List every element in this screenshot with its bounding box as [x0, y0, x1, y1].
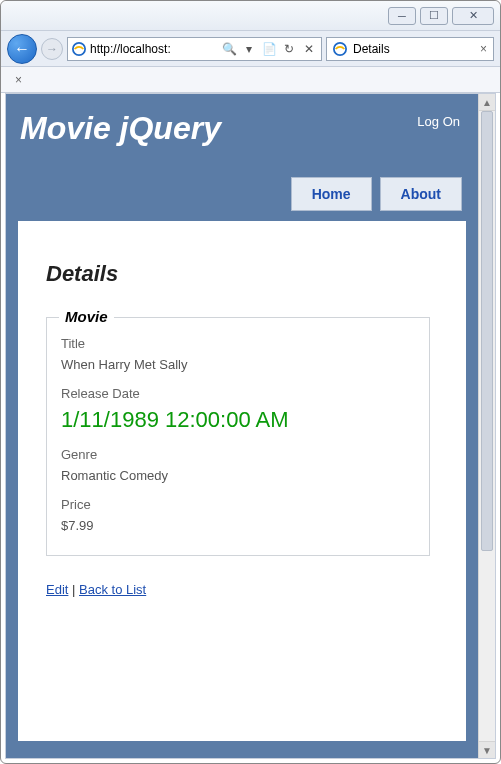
minimize-button[interactable]: ─	[388, 7, 416, 25]
forward-button[interactable]: →	[41, 38, 63, 60]
genre-label: Genre	[61, 447, 415, 462]
logon-link[interactable]: Log On	[417, 110, 460, 147]
title-label: Title	[61, 336, 415, 351]
browser-nav-toolbar: ← → http://localhost: 🔍 ▾ 📄 ↻ ✕ Details …	[1, 31, 500, 67]
back-to-list-link[interactable]: Back to List	[79, 582, 146, 597]
refresh-icon[interactable]: ↻	[281, 42, 297, 56]
window-close-button[interactable]: ✕	[452, 7, 494, 25]
url-text: http://localhost:	[90, 42, 217, 56]
fieldset-legend: Movie	[59, 308, 114, 325]
nav-tab-home[interactable]: Home	[291, 177, 372, 211]
scroll-down-arrow-icon[interactable]: ▼	[479, 741, 495, 758]
content-panel: Details Movie Title When Harry Met Sally…	[18, 221, 466, 741]
browser-tab[interactable]: Details ×	[326, 37, 494, 61]
tab-title: Details	[353, 42, 390, 56]
genre-value: Romantic Comedy	[61, 468, 415, 483]
maximize-button[interactable]: ☐	[420, 7, 448, 25]
field-price: Price $7.99	[61, 497, 415, 533]
back-arrow-icon: ←	[14, 40, 30, 58]
edit-link[interactable]: Edit	[46, 582, 68, 597]
sub-toolbar: ×	[1, 67, 500, 93]
nav-tab-about[interactable]: About	[380, 177, 462, 211]
field-title: Title When Harry Met Sally	[61, 336, 415, 372]
compat-icon[interactable]: 📄	[261, 42, 277, 56]
close-icon[interactable]: ×	[15, 73, 22, 87]
search-icon[interactable]: 🔍	[221, 42, 237, 56]
action-links: Edit | Back to List	[46, 582, 438, 597]
forward-arrow-icon: →	[46, 42, 58, 56]
vertical-scrollbar[interactable]: ▲ ▼	[478, 94, 495, 758]
ie-icon	[72, 42, 86, 56]
window-titlebar: ─ ☐ ✕	[1, 1, 500, 31]
tab-close-icon[interactable]: ×	[480, 42, 487, 56]
price-label: Price	[61, 497, 415, 512]
field-release: Release Date 1/11/1989 12:00:00 AM	[61, 386, 415, 433]
main-nav: Home About	[18, 177, 462, 211]
page-header: Movie jQuery Log On	[18, 106, 466, 155]
page-body: Movie jQuery Log On Home About Details M…	[6, 94, 478, 758]
movie-fieldset: Movie Title When Harry Met Sally Release…	[46, 317, 430, 556]
field-genre: Genre Romantic Comedy	[61, 447, 415, 483]
title-value: When Harry Met Sally	[61, 357, 415, 372]
price-value: $7.99	[61, 518, 415, 533]
page-heading: Details	[46, 261, 438, 287]
ie-tab-icon	[333, 42, 347, 56]
stop-icon[interactable]: ✕	[301, 42, 317, 56]
site-title: Movie jQuery	[20, 110, 221, 147]
back-button[interactable]: ←	[7, 34, 37, 64]
action-separator: |	[68, 582, 79, 597]
scroll-thumb[interactable]	[481, 111, 493, 551]
browser-viewport: Movie jQuery Log On Home About Details M…	[5, 93, 496, 759]
release-value: 1/11/1989 12:00:00 AM	[61, 407, 415, 433]
scroll-up-arrow-icon[interactable]: ▲	[479, 94, 495, 111]
address-bar[interactable]: http://localhost: 🔍 ▾ 📄 ↻ ✕	[67, 37, 322, 61]
release-label: Release Date	[61, 386, 415, 401]
dropdown-icon[interactable]: ▾	[241, 42, 257, 56]
